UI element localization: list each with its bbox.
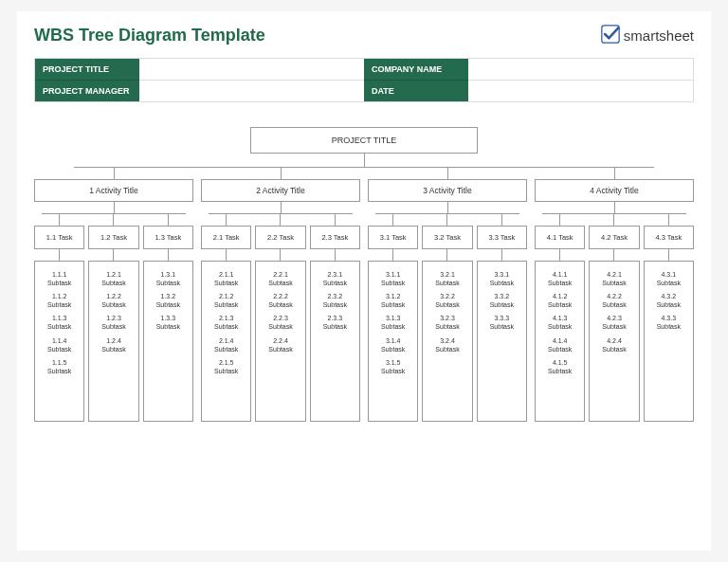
activity-column: 1 Activity Title1.1 Task1.1.1Subtask1.1.…: [34, 168, 193, 422]
subtask-item: 2.1.5Subtask: [204, 358, 248, 375]
connector: [113, 249, 114, 261]
task-column: 4.1 Task4.1.1Subtask4.1.2Subtask4.1.3Sub…: [535, 214, 585, 422]
subtask-node: 2.1.1Subtask2.1.2Subtask2.1.3Subtask2.1.…: [201, 261, 251, 422]
connector: [613, 249, 614, 261]
root-node: PROJECT TITLE: [250, 127, 478, 154]
task-column: 3.1 Task3.1.1Subtask3.1.2Subtask3.1.3Sub…: [368, 214, 418, 422]
connector: [364, 154, 365, 167]
activities-row: 1 Activity Title1.1 Task1.1.1Subtask1.1.…: [34, 168, 694, 422]
connector: [668, 249, 669, 261]
page-title: WBS Tree Diagram Template: [34, 26, 265, 45]
subtask-item: 3.2.2Subtask: [425, 292, 469, 309]
connector: [668, 214, 669, 226]
subtask-item: 4.2.2Subtask: [592, 292, 636, 309]
brand-logo: smartsheet: [601, 25, 694, 46]
page: WBS Tree Diagram Template smartsheet PRO…: [17, 11, 711, 551]
subtask-item: 3.1.2Subtask: [371, 292, 415, 309]
connector: [59, 249, 60, 261]
activity-column: 2 Activity Title2.1 Task2.1.1Subtask2.1.…: [201, 168, 360, 422]
connector: [168, 214, 169, 226]
subtask-item: 1.1.2Subtask: [37, 292, 82, 309]
subtask-item: 1.2.3Subtask: [91, 314, 136, 331]
header: WBS Tree Diagram Template smartsheet: [34, 25, 694, 46]
task-node: 1.2 Task: [88, 226, 138, 249]
subtask-item: 4.1.3Subtask: [537, 314, 582, 331]
subtask-node: 4.3.1Subtask4.3.2Subtask4.3.3Subtask: [644, 261, 694, 422]
project-manager-label: PROJECT MANAGER: [35, 81, 139, 101]
date-label: DATE: [364, 81, 468, 101]
task-node: 3.2 Task: [422, 226, 472, 249]
connector: [559, 249, 560, 261]
task-node: 2.2 Task: [255, 226, 305, 249]
tasks-row: 2.1 Task2.1.1Subtask2.1.2Subtask2.1.3Sub…: [201, 214, 360, 422]
task-node: 4.2 Task: [589, 226, 639, 249]
subtask-item: 2.2.3Subtask: [258, 314, 302, 331]
connector: [281, 202, 282, 213]
task-node: 1.3 Task: [143, 226, 193, 249]
connector: [281, 168, 282, 179]
connector: [226, 249, 227, 261]
subtask-item: 3.2.4Subtask: [425, 336, 469, 354]
subtask-item: 4.3.2Subtask: [646, 292, 691, 309]
connector: [113, 214, 114, 226]
subtask-item: 1.3.2Subtask: [146, 292, 191, 309]
task-node: 4.1 Task: [535, 226, 585, 249]
activity-node: 3 Activity Title: [368, 179, 527, 202]
project-title-value[interactable]: [139, 59, 364, 81]
subtask-item: 3.3.1Subtask: [480, 270, 524, 287]
project-manager-value[interactable]: [139, 81, 364, 101]
date-value[interactable]: [468, 81, 693, 101]
tasks-row: 4.1 Task4.1.1Subtask4.1.2Subtask4.1.3Sub…: [535, 214, 694, 422]
subtask-item: 1.2.4Subtask: [91, 336, 136, 354]
subtask-item: 2.1.3Subtask: [204, 314, 248, 331]
subtask-node: 2.2.1Subtask2.2.2Subtask2.2.3Subtask2.2.…: [255, 261, 305, 422]
connector: [446, 214, 447, 226]
subtask-item: 1.2.1Subtask: [91, 270, 136, 287]
wbs-diagram: PROJECT TITLE 1 Activity Title1.1 Task1.…: [34, 127, 694, 422]
subtask-item: 4.1.1Subtask: [537, 270, 582, 287]
subtask-item: 2.3.1Subtask: [313, 270, 357, 287]
connector: [613, 214, 614, 226]
connector: [280, 214, 281, 226]
task-column: 2.1 Task2.1.1Subtask2.1.2Subtask2.1.3Sub…: [201, 214, 251, 422]
task-column: 1.1 Task1.1.1Subtask1.1.2Subtask1.1.3Sub…: [34, 214, 84, 422]
subtask-item: 4.1.2Subtask: [537, 292, 582, 309]
subtask-item: 1.1.3Subtask: [37, 314, 82, 331]
subtask-node: 4.2.1Subtask4.2.2Subtask4.2.3Subtask4.2.…: [589, 261, 639, 422]
task-column: 4.2 Task4.2.1Subtask4.2.2Subtask4.2.3Sub…: [589, 214, 639, 422]
subtask-item: 3.1.5Subtask: [371, 358, 415, 375]
task-node: 3.3 Task: [477, 226, 527, 249]
connector: [447, 202, 448, 213]
subtask-item: 3.1.1Subtask: [371, 270, 415, 287]
connector: [501, 214, 502, 226]
connector: [335, 214, 336, 226]
subtask-item: 1.1.5Subtask: [37, 358, 82, 375]
subtask-item: 3.3.3Subtask: [480, 314, 524, 331]
connector: [446, 249, 447, 261]
connector: [501, 249, 502, 261]
tasks-row: 1.1 Task1.1.1Subtask1.1.2Subtask1.1.3Sub…: [34, 214, 193, 422]
subtask-item: 3.1.4Subtask: [371, 336, 415, 354]
connector: [392, 214, 393, 226]
subtask-item: 2.1.1Subtask: [204, 270, 248, 287]
task-column: 3.3 Task3.3.1Subtask3.3.2Subtask3.3.3Sub…: [477, 214, 527, 422]
subtask-item: 3.2.1Subtask: [425, 270, 469, 287]
subtask-item: 2.2.2Subtask: [258, 292, 302, 309]
task-column: 1.3 Task1.3.1Subtask1.3.2Subtask1.3.3Sub…: [143, 214, 193, 422]
check-icon: [601, 25, 620, 46]
project-title-label: PROJECT TITLE: [35, 59, 139, 81]
subtask-item: 3.2.3Subtask: [425, 314, 469, 331]
task-column: 3.2 Task3.2.1Subtask3.2.2Subtask3.2.3Sub…: [422, 214, 472, 422]
company-name-value[interactable]: [468, 59, 693, 81]
subtask-item: 2.3.3Subtask: [313, 314, 357, 331]
tasks-row: 3.1 Task3.1.1Subtask3.1.2Subtask3.1.3Sub…: [368, 214, 527, 422]
subtask-node: 3.1.1Subtask3.1.2Subtask3.1.3Subtask3.1.…: [368, 261, 418, 422]
task-node: 3.1 Task: [368, 226, 418, 249]
subtask-item: 1.3.1Subtask: [146, 270, 191, 287]
subtask-item: 2.1.4Subtask: [204, 336, 248, 354]
subtask-item: 2.1.2Subtask: [204, 292, 248, 309]
connector: [614, 202, 615, 213]
task-column: 4.3 Task4.3.1Subtask4.3.2Subtask4.3.3Sub…: [644, 214, 694, 422]
task-node: 2.1 Task: [201, 226, 251, 249]
subtask-item: 2.2.4Subtask: [258, 336, 302, 354]
